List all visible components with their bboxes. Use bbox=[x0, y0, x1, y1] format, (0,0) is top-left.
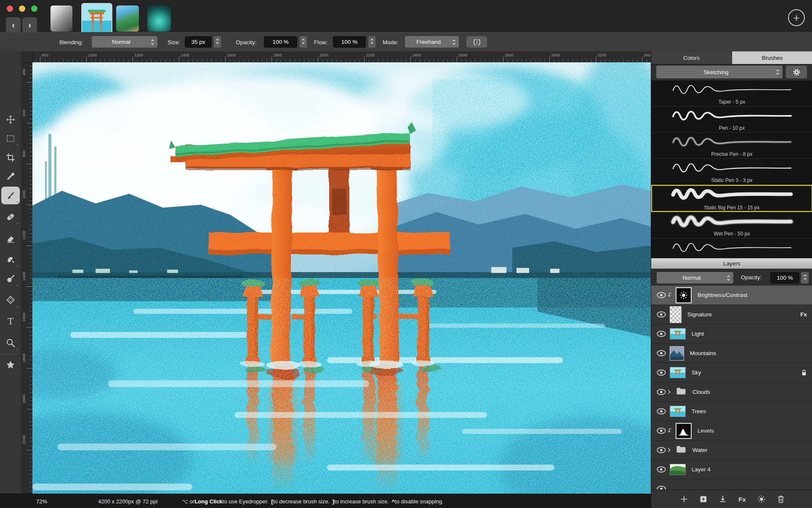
layer-row-signature[interactable]: SignatureFx bbox=[651, 305, 812, 324]
flow-field[interactable]: 100 % bbox=[333, 36, 366, 48]
layer-name[interactable]: Brightness/Contrast bbox=[698, 292, 748, 298]
layer-name[interactable]: Signature bbox=[687, 311, 712, 318]
brush-item-precise-pen-8-px[interactable]: Precise Pen - 8 px bbox=[651, 132, 812, 158]
healing-brush-tool[interactable]: › bbox=[1, 208, 20, 226]
add-group-button[interactable] bbox=[698, 494, 708, 504]
blending-value: Normal bbox=[92, 39, 151, 45]
layer-row-mountains[interactable]: Mountains bbox=[651, 344, 812, 363]
layer-thumbnail[interactable] bbox=[676, 445, 687, 455]
layer-name[interactable]: Light bbox=[692, 331, 704, 337]
size-field[interactable]: 35 px bbox=[185, 36, 212, 48]
layer-thumbnail[interactable] bbox=[670, 464, 686, 475]
size-stepper[interactable] bbox=[214, 36, 221, 48]
layer-thumbnail[interactable] bbox=[670, 346, 684, 361]
ruler-major-tick bbox=[86, 56, 87, 62]
tab-brushes[interactable]: Brushes bbox=[732, 51, 812, 64]
layer-blend-dropdown[interactable]: Normal bbox=[657, 272, 733, 283]
layer-name[interactable]: Sky bbox=[692, 369, 701, 376]
flow-stepper[interactable] bbox=[368, 36, 375, 48]
mode-dropdown[interactable]: Freehand bbox=[405, 36, 459, 48]
layer-visibility-eye-icon[interactable] bbox=[656, 369, 667, 376]
canvas-viewport[interactable] bbox=[32, 62, 651, 494]
stabilizer-button[interactable] bbox=[466, 36, 487, 48]
close-window-button[interactable] bbox=[7, 5, 13, 12]
layer-visibility-eye-icon[interactable] bbox=[656, 466, 667, 473]
import-button[interactable] bbox=[718, 494, 728, 504]
layer-thumbnail[interactable] bbox=[676, 287, 692, 303]
layer-name[interactable]: Layer 4 bbox=[692, 466, 711, 473]
layer-thumbnail[interactable] bbox=[670, 367, 686, 378]
new-document-button[interactable]: + bbox=[788, 9, 805, 26]
vertical-ruler[interactable]: 4006008001000120014001600180020002200 bbox=[21, 62, 33, 494]
brush-category-dropdown[interactable]: Sketching bbox=[656, 66, 783, 78]
layer-visibility-eye-icon[interactable] bbox=[656, 350, 667, 357]
layer-fx-badge[interactable]: Fx bbox=[800, 311, 807, 318]
horizontal-ruler[interactable]: 8001000120014001600180020002200240026002… bbox=[21, 51, 651, 63]
zoom-level[interactable]: 72% bbox=[36, 494, 47, 508]
titlebar: ‹ › + bbox=[0, 0, 812, 32]
layer-row-light[interactable]: Light bbox=[651, 324, 812, 344]
document-tab-coast-photo-document[interactable] bbox=[116, 5, 139, 32]
layer-thumbnail[interactable] bbox=[670, 306, 682, 323]
layer-name[interactable]: Clouds bbox=[692, 389, 710, 395]
brush-item-static-big-pen-15-15-px[interactable]: Static Big Pen 15 - 15 px bbox=[651, 184, 812, 212]
layer-effects-button[interactable]: Fx bbox=[737, 494, 747, 504]
document-tab-grayscale-figure-document[interactable] bbox=[51, 5, 72, 32]
delete-layer-button[interactable] bbox=[776, 494, 786, 504]
layer-thumbnail[interactable] bbox=[676, 387, 687, 397]
layer-opacity-field[interactable]: 100 % bbox=[770, 272, 799, 283]
layer-visibility-eye-icon[interactable] bbox=[656, 408, 667, 415]
layer-name[interactable]: Levels bbox=[698, 428, 714, 434]
layer-row-water[interactable]: Water bbox=[651, 441, 812, 460]
color-picker-tool[interactable] bbox=[1, 168, 20, 185]
history-forward-button[interactable]: › bbox=[22, 17, 37, 32]
brush-item-static-pen-3-3-px[interactable]: Static Pen 3 - 3 px bbox=[651, 158, 812, 184]
minimize-window-button[interactable] bbox=[19, 5, 25, 12]
layer-visibility-eye-icon[interactable] bbox=[656, 447, 667, 454]
vertical-ruler-label: 1800 bbox=[15, 353, 32, 364]
layer-visibility-eye-icon[interactable] bbox=[656, 311, 667, 318]
brush-item-pen-10-px[interactable]: Pen - 10 px bbox=[651, 106, 812, 132]
canvas-artwork-torii-painting[interactable] bbox=[32, 62, 651, 494]
layer-name[interactable]: Water bbox=[692, 447, 708, 453]
layer-row-sky[interactable]: Sky bbox=[651, 363, 812, 382]
layer-visibility-eye-icon[interactable] bbox=[656, 291, 667, 299]
ruler-major-tick bbox=[27, 246, 32, 246]
layer-visibility-eye-icon[interactable] bbox=[656, 330, 667, 337]
zoom-window-button[interactable] bbox=[31, 5, 37, 12]
brush-item-partial[interactable] bbox=[651, 238, 812, 258]
layer-name[interactable]: Mountains bbox=[690, 350, 716, 356]
layer-row-clouds[interactable]: Clouds bbox=[651, 382, 812, 402]
opacity-stepper[interactable] bbox=[300, 36, 307, 48]
layer-thumbnail[interactable] bbox=[670, 328, 686, 340]
layer-row-trees[interactable]: Trees bbox=[651, 402, 812, 421]
tab-colors[interactable]: Colors bbox=[651, 51, 732, 64]
layer-name[interactable]: Trees bbox=[692, 408, 706, 414]
adjustment-thumbnail bbox=[676, 287, 692, 303]
zoom-tool[interactable]: › bbox=[1, 334, 20, 352]
layer-visibility-eye-icon[interactable] bbox=[656, 388, 667, 396]
expand-chevron-icon[interactable] bbox=[667, 389, 676, 395]
layer-row-levels[interactable]: Levels bbox=[651, 421, 812, 441]
history-back-button[interactable]: ‹ bbox=[6, 17, 21, 32]
layer-row-layer-4[interactable]: Layer 4 bbox=[651, 460, 812, 479]
layer-thumbnail[interactable] bbox=[670, 406, 686, 417]
expand-chevron-icon[interactable] bbox=[667, 447, 676, 453]
document-tab-torii-painting-document[interactable] bbox=[81, 3, 112, 35]
layers-panel-header[interactable]: Layers bbox=[651, 258, 812, 269]
opacity-field[interactable]: 100 % bbox=[264, 36, 297, 48]
mesh-warp-tool[interactable]: › bbox=[1, 291, 20, 309]
layer-thumbnail[interactable] bbox=[676, 423, 692, 439]
layer-row-brightness-contrast[interactable]: Brightness/Contrast bbox=[651, 286, 812, 305]
layer-visibility-eye-icon[interactable] bbox=[656, 427, 667, 434]
adjustment-button[interactable] bbox=[756, 494, 767, 504]
smudge-tool[interactable]: › bbox=[1, 250, 20, 268]
brush-item-wet-pen-50-px[interactable]: Wet Pen - 50 px bbox=[651, 212, 812, 238]
marquee-tool[interactable]: › bbox=[1, 130, 20, 147]
brush-item-taper-5-px[interactable]: Taper - 5 px bbox=[651, 80, 812, 106]
brush-panel-settings-button[interactable] bbox=[786, 66, 807, 78]
add-layer-button[interactable] bbox=[679, 494, 689, 504]
document-tab-cave-photo-document[interactable] bbox=[147, 5, 171, 32]
layer-opacity-stepper[interactable] bbox=[801, 272, 809, 283]
blending-dropdown[interactable]: Normal bbox=[92, 36, 157, 48]
